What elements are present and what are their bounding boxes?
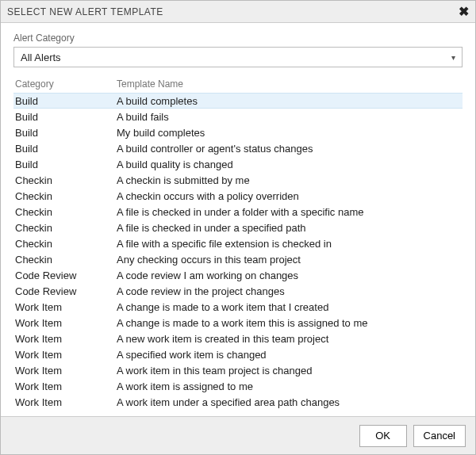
row-template-name: A specified work item is changed — [115, 349, 463, 361]
cancel-button[interactable]: Cancel — [413, 425, 466, 447]
table-row[interactable]: Work ItemA work item is assigned to me — [13, 378, 463, 394]
table-row[interactable]: Work ItemA work item in this team projec… — [13, 362, 463, 378]
row-template-name: A code review I am working on changes — [115, 270, 463, 281]
row-template-name: A checkin occurs with a policy overriden — [115, 190, 463, 202]
row-template-name: A work item in this team project is chan… — [115, 365, 463, 377]
table-row[interactable]: CheckinA file is checked in under a fold… — [13, 204, 463, 220]
row-category: Code Review — [13, 285, 115, 297]
col-header-template: Template Name — [115, 78, 463, 90]
row-category: Checkin — [13, 174, 115, 186]
row-category: Checkin — [13, 238, 115, 250]
row-template-name: A file with a specific file extension is… — [115, 238, 463, 250]
table-row[interactable]: Work ItemA work item under a specified a… — [13, 394, 463, 410]
row-template-name: A checkin is submitted by me — [115, 174, 463, 186]
row-category: Checkin — [13, 190, 115, 202]
table-row[interactable]: CheckinAny checking occurs in this team … — [13, 251, 463, 267]
row-category: Work Item — [13, 365, 115, 377]
ok-button[interactable]: OK — [359, 425, 407, 447]
row-template-name: A code review in the project changes — [115, 285, 463, 297]
select-value: All Alerts — [21, 52, 61, 63]
row-template-name: A build quality is changed — [115, 159, 463, 170]
template-list: BuildA build completesBuildA build fails… — [13, 93, 463, 413]
row-category: Checkin — [13, 254, 115, 266]
row-category: Work Item — [13, 349, 115, 361]
row-template-name: A build controller or agent's status cha… — [115, 143, 463, 155]
row-category: Build — [13, 127, 115, 139]
table-row[interactable]: BuildMy build completes — [13, 124, 463, 140]
table-row[interactable]: Work ItemA specified work item is change… — [13, 346, 463, 362]
content-area: Alert Category All Alerts ▾ Category Tem… — [1, 23, 475, 416]
filter-label: Alert Category — [13, 32, 463, 44]
row-template-name: A change is made to a work item this is … — [115, 317, 463, 329]
row-category: Build — [13, 159, 115, 170]
row-template-name: My build completes — [115, 127, 463, 139]
table-row[interactable]: CheckinA file with a specific file exten… — [13, 235, 463, 251]
dialog-title: SELECT NEW ALERT TEMPLATE — [7, 6, 163, 17]
table-row[interactable]: CheckinA file is checked in under a spec… — [13, 220, 463, 235]
row-template-name: A work item is assigned to me — [115, 380, 463, 392]
table-row[interactable]: Work ItemA change is made to a work item… — [13, 299, 463, 315]
row-category: Work Item — [13, 396, 115, 408]
table-row[interactable]: BuildA build quality is changed — [13, 156, 463, 172]
table-row[interactable]: Work ItemA new work item is created in t… — [13, 331, 463, 346]
row-template-name: Any checking occurs in this team project — [115, 254, 463, 266]
chevron-down-icon: ▾ — [451, 53, 455, 62]
row-category: Build — [13, 95, 115, 107]
titlebar: SELECT NEW ALERT TEMPLATE ✖ — [1, 1, 475, 23]
row-category: Build — [13, 143, 115, 155]
row-category: Work Item — [13, 380, 115, 392]
row-category: Checkin — [13, 206, 115, 218]
footer: OK Cancel — [1, 416, 475, 454]
row-template-name: A build completes — [115, 95, 463, 107]
row-template-name: A file is checked in under a folder with… — [115, 206, 463, 218]
table-row[interactable]: CheckinA checkin is submitted by me — [13, 172, 463, 188]
row-category: Work Item — [13, 317, 115, 329]
table-row[interactable]: BuildA build completes — [13, 93, 463, 109]
row-category: Code Review — [13, 270, 115, 281]
row-category: Work Item — [13, 333, 115, 345]
close-icon[interactable]: ✖ — [459, 6, 469, 18]
row-category: Build — [13, 111, 115, 123]
table-row[interactable]: Code ReviewA code review in the project … — [13, 283, 463, 299]
col-header-category: Category — [13, 78, 115, 90]
table-row[interactable]: Work ItemA change is made to a work item… — [13, 315, 463, 331]
table-row[interactable]: CheckinA checkin occurs with a policy ov… — [13, 188, 463, 204]
alert-category-select[interactable]: All Alerts ▾ — [13, 47, 463, 67]
dialog-select-alert-template: SELECT NEW ALERT TEMPLATE ✖ Alert Catego… — [0, 0, 476, 455]
row-template-name: A change is made to a work item that I c… — [115, 301, 463, 313]
table-row[interactable]: BuildA build controller or agent's statu… — [13, 140, 463, 156]
row-template-name: A file is checked in under a specified p… — [115, 222, 463, 234]
table-row[interactable]: Code ReviewA code review I am working on… — [13, 267, 463, 283]
list-header: Category Template Name — [13, 77, 463, 93]
row-template-name: A build fails — [115, 111, 463, 123]
row-template-name: A new work item is created in this team … — [115, 333, 463, 345]
row-category: Checkin — [13, 222, 115, 234]
table-row[interactable]: BuildA build fails — [13, 109, 463, 124]
row-category: Work Item — [13, 301, 115, 313]
row-template-name: A work item under a specified area path … — [115, 396, 463, 408]
